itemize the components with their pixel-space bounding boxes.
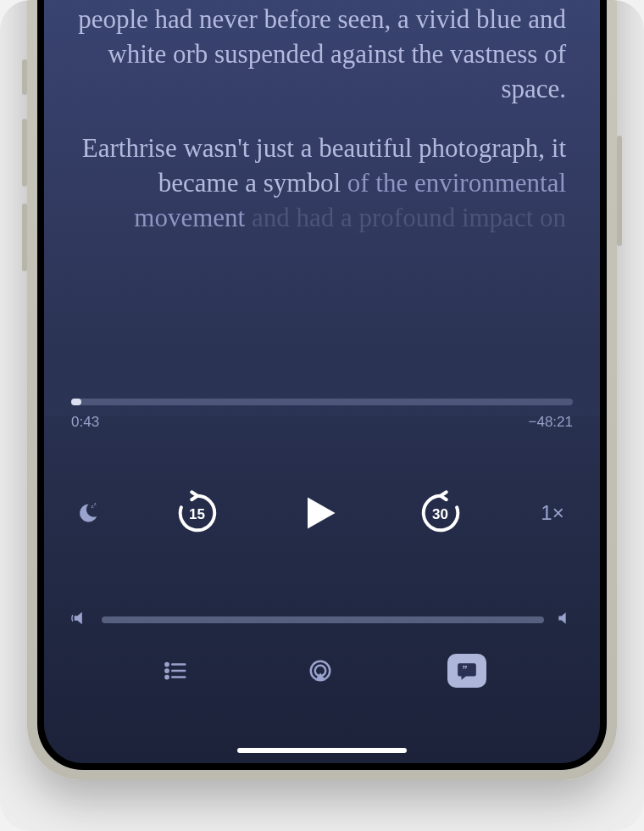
- svg-point-6: [166, 676, 169, 678]
- time-elapsed: 0:43: [71, 414, 99, 431]
- podcast-player-screen: William Anders captured the moment in a …: [44, 0, 600, 763]
- svg-point-2: [166, 663, 169, 666]
- progress-fill: [71, 399, 81, 405]
- side-button: [22, 59, 27, 95]
- airplay-button[interactable]: [303, 653, 338, 689]
- playback-controls: z z 15: [71, 483, 573, 543]
- time-remaining: −48:21: [529, 414, 573, 431]
- transcript-paragraph: William Anders captured the moment in a …: [78, 0, 566, 106]
- transcript-paragraph: Earthrise wasn't just a beautiful photog…: [78, 131, 566, 236]
- progress-scrubber[interactable]: [71, 399, 573, 405]
- moon-icon: z z: [76, 501, 100, 525]
- time-labels: 0:43 −48:21: [71, 414, 573, 431]
- side-button: [617, 136, 622, 246]
- side-button: [22, 119, 27, 187]
- skip-forward-button[interactable]: 30: [418, 490, 464, 536]
- volume-low-icon: [71, 609, 90, 631]
- bottom-toolbar: ”: [44, 653, 600, 689]
- svg-point-4: [166, 669, 169, 672]
- transcript-view[interactable]: William Anders captured the moment in a …: [78, 0, 566, 261]
- home-indicator[interactable]: [237, 748, 407, 753]
- quote-bubble-icon: ”: [456, 660, 478, 682]
- svg-text:”: ”: [462, 663, 467, 675]
- play-button[interactable]: [289, 483, 348, 543]
- volume-slider[interactable]: [102, 616, 544, 623]
- skip-forward-seconds: 30: [418, 490, 464, 536]
- canvas: William Anders captured the moment in a …: [0, 0, 644, 831]
- side-button: [22, 204, 27, 271]
- transcript-button[interactable]: ”: [447, 654, 486, 688]
- queue-button[interactable]: [158, 653, 193, 689]
- progress-section: 0:43 −48:21: [71, 399, 573, 431]
- transcript-upcoming-text: It showed our planet in a way people had…: [78, 0, 566, 103]
- playback-speed-button[interactable]: 1×: [532, 501, 573, 525]
- skip-back-seconds: 15: [175, 490, 220, 536]
- phone-frame: William Anders captured the moment in a …: [27, 0, 617, 780]
- svg-text:z: z: [94, 501, 97, 506]
- volume-section: [71, 609, 573, 631]
- volume-high-icon: [556, 610, 573, 630]
- airplay-icon: [308, 658, 333, 683]
- skip-back-button[interactable]: 15: [175, 490, 220, 536]
- play-icon: [297, 491, 341, 535]
- phone-bezel: William Anders captured the moment in a …: [37, 0, 607, 770]
- list-icon: [163, 658, 188, 683]
- sleep-timer-button[interactable]: z z: [71, 496, 105, 530]
